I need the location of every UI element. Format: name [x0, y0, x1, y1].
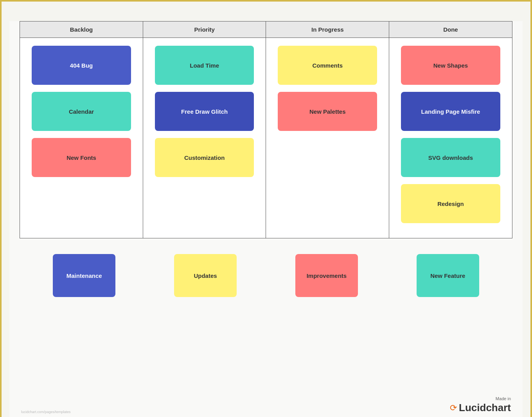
card-maintenance[interactable]: Maintenance — [53, 254, 115, 297]
card-new-palettes[interactable]: New Palettes — [278, 92, 377, 131]
priority-column: Load Time Free Draw Glitch Customization — [143, 38, 266, 238]
card-404-bug[interactable]: 404 Bug — [32, 46, 131, 85]
column-header-done: Done — [389, 21, 512, 38]
card-new-feature[interactable]: New Feature — [417, 254, 479, 297]
card-updates[interactable]: Updates — [174, 254, 237, 297]
done-column: New Shapes Landing Page Misfire SVG down… — [389, 38, 512, 238]
standalone-cards-row: Maintenance Updates Improvements New Fea… — [20, 254, 512, 297]
made-in-label: Made in — [450, 396, 511, 401]
lucidchart-icon: ⟳ — [450, 403, 457, 413]
card-new-fonts[interactable]: New Fonts — [32, 138, 131, 177]
backlog-column: 404 Bug Calendar New Fonts — [20, 38, 143, 238]
card-free-draw-glitch[interactable]: Free Draw Glitch — [155, 92, 254, 131]
card-customization[interactable]: Customization — [155, 138, 254, 177]
watermark: lucidchart.com/pages/templates — [21, 410, 71, 414]
column-header-in-progress: In Progress — [266, 21, 389, 38]
card-load-time[interactable]: Load Time — [155, 46, 254, 85]
card-svg-downloads[interactable]: SVG downloads — [401, 138, 500, 177]
in-progress-column: Comments New Palettes — [266, 38, 389, 238]
column-header-backlog: Backlog — [20, 21, 143, 38]
column-header-priority: Priority — [143, 21, 266, 38]
lucidchart-logo: ⟳ Lucidchart — [450, 402, 511, 414]
card-landing-page-misfire[interactable]: Landing Page Misfire — [401, 92, 500, 131]
kanban-board: Backlog Priority In Progress Done 404 Bu… — [20, 21, 512, 238]
card-comments[interactable]: Comments — [278, 46, 377, 85]
card-calendar[interactable]: Calendar — [32, 92, 131, 131]
card-redesign[interactable]: Redesign — [401, 184, 500, 223]
branding: Made in ⟳ Lucidchart — [450, 396, 511, 414]
lucidchart-logo-text: Lucidchart — [459, 402, 511, 414]
card-new-shapes[interactable]: New Shapes — [401, 46, 500, 85]
card-improvements[interactable]: Improvements — [295, 254, 358, 297]
